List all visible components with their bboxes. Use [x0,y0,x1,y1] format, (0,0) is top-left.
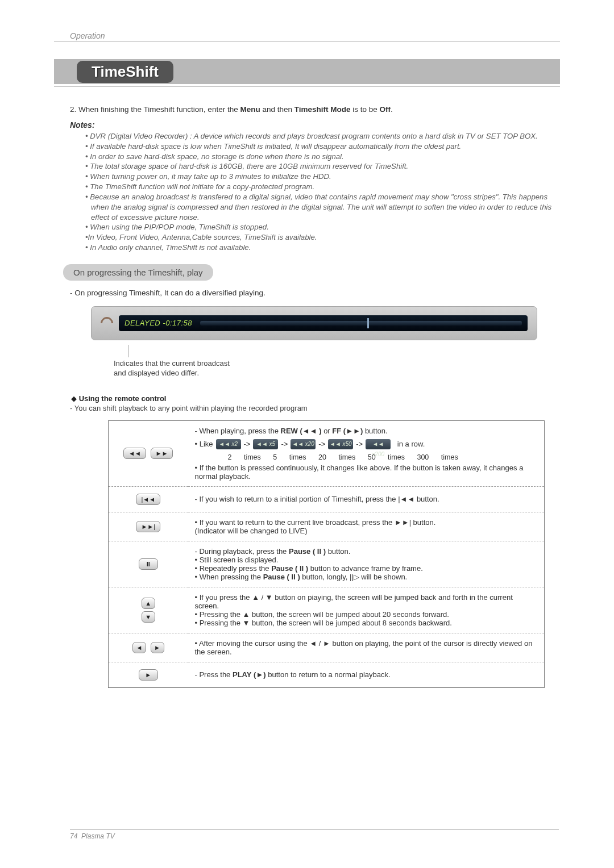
speed-chip: ◄◄ x50 [328,439,353,449]
skipstart-icon: |◄◄ [136,494,160,505]
row-desc: • If you press the ▲ / ▼ button on piayi… [188,587,545,633]
play-arc-icon [98,314,115,332]
note-item: • DVR (Digital Video Recorder) : A devic… [85,131,560,141]
section-title-bar: TimeShift [54,59,560,84]
row-desc: - Press the PLAY (►) button to return to… [188,662,545,687]
table-row: II - During playback, press the Pause ( … [109,541,545,587]
speed-label-row: 2 times 5 times 20 times 50 times 300 ti… [195,453,538,461]
progress-desc: - On progressing Timeshift, It can do a … [54,289,560,297]
note-item: • If available hard-disk space is low wh… [85,141,560,152]
note-item: • In order to save hard-disk space, no s… [85,152,560,162]
step-text: 2. When finishing the Timeshift function… [54,105,560,114]
note-item: • In Audio only channel, TimeShift is no… [85,243,560,253]
page-footer: 74 Plasma TV [70,829,559,840]
down-icon: ▼ [142,611,155,623]
table-row: ▲ ▼ • If you press the ▲ / ▼ button on p… [109,587,545,633]
subheading-pill: On progressing the Timeshift, play [63,264,213,281]
note-item: • The total storage space of hard-disk i… [85,161,560,172]
row-desc: • If you want to return to the current l… [188,512,545,541]
rewind-icon: ◄◄ [123,448,146,459]
play-icon: ► [139,669,158,681]
section-title: TimeShift [77,61,173,83]
divider [54,86,560,87]
speed-chip: ◄◄ x200 [366,439,391,449]
table-row: ► - Press the PLAY (►) button to return … [109,662,545,687]
delayed-bar: DELAYED -0:17:58 [119,315,528,331]
page-context-heading: Operation [54,31,560,42]
row-desc: - When playing, press the REW (◄◄ ) or F… [188,420,545,486]
note-item: • Because an analog broadcast is transfe… [85,192,560,222]
annotation-text: Indicates that the current broadcast and… [54,358,560,378]
table-row: ►►| • If you want to return to the curre… [109,512,545,541]
speed-chip: ◄◄ x5 [253,439,278,449]
skipend-icon: ►►| [136,521,160,532]
table-row: |◄◄ - If you wish to return to a initial… [109,486,545,512]
pause-icon: II [139,558,158,570]
note-item: • When turning power on, it may take up … [85,172,560,182]
note-item: •In Video, Front Video, Antenna,Cable so… [85,232,560,243]
delayed-label: DELAYED -0:17:58 [125,319,192,327]
table-row: ◄◄ ►► - When playing, press the REW (◄◄ … [109,420,545,486]
delayed-preview: DELAYED -0:17:58 [91,306,537,340]
annotation-connector [128,345,128,357]
timeline-bar [200,321,522,326]
table-row: ◄ ► • After moving the cursor using the … [109,633,545,662]
remote-table: ◄◄ ►► - When playing, press the REW (◄◄ … [108,420,545,688]
speed-chip: ◄◄ x20 [291,439,316,449]
up-icon: ▲ [142,598,155,609]
fastforward-icon: ►► [151,448,173,459]
row-desc: • After moving the cursor using the ◄ / … [188,633,545,662]
notes-list: • DVR (Digital Video Recorder) : A devic… [54,131,560,253]
remote-subtext: - You can shift playback to any point wi… [54,404,560,412]
left-icon: ◄ [132,642,146,653]
row-desc: - If you wish to return to a initial por… [188,486,545,512]
note-item: • When using the PIP/POP mode, TimeShift… [85,222,560,232]
remote-heading: ◆ Using the remote control [54,394,560,403]
notes-heading: Notes: [54,120,560,130]
row-desc: - During playback, press the Pause ( II … [188,541,545,587]
speed-chip: ◄◄ x2 [216,439,241,449]
right-icon: ► [151,642,164,653]
note-item: • The TimeShift function will not initia… [85,182,560,192]
